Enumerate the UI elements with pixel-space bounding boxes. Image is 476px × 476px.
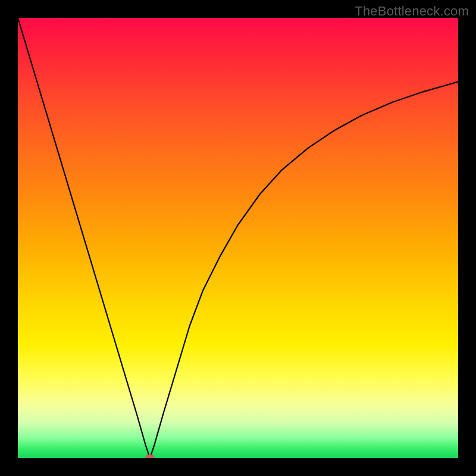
watermark-text: TheBottleneck.com bbox=[355, 4, 469, 19]
chart-container: TheBottleneck.com bbox=[0, 0, 476, 476]
plot-area bbox=[18, 18, 458, 458]
bottleneck-curve bbox=[18, 18, 458, 458]
curve-layer bbox=[18, 18, 458, 458]
minimum-marker bbox=[145, 455, 155, 458]
